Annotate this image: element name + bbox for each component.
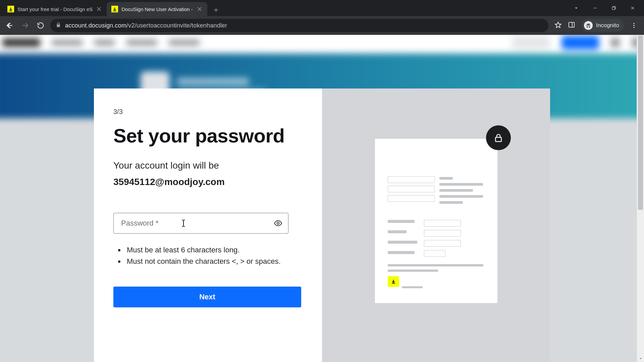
side-panel-button[interactable] xyxy=(568,21,575,30)
subtitle-lead: Your account login will be xyxy=(113,160,219,171)
menu-button[interactable] xyxy=(630,22,638,29)
scrollbar-thumb[interactable] xyxy=(638,36,643,210)
password-input[interactable] xyxy=(113,213,288,234)
signature-stamp-icon xyxy=(388,276,399,287)
close-window-button[interactable] xyxy=(628,3,637,13)
account-email: 35945112@moodjoy.com xyxy=(113,175,303,189)
docusign-favicon-icon xyxy=(111,6,118,12)
browser-window: Start your free trial - DocuSign eS Docu… xyxy=(0,0,644,362)
svg-rect-1 xyxy=(612,7,615,10)
modal-subtitle: Your account login will be 35945112@mood… xyxy=(113,158,303,189)
back-button[interactable] xyxy=(4,20,15,31)
svg-point-5 xyxy=(633,27,634,28)
browser-tab[interactable]: Start your free trial - DocuSign eS xyxy=(3,2,107,16)
scroll-down-arrow-icon[interactable] xyxy=(637,355,644,362)
browser-tab-active[interactable]: DocuSign New User Activation - xyxy=(107,2,207,16)
set-password-modal: 3/3 Set your password Your account login… xyxy=(94,88,550,362)
toolbar-right: Incognito xyxy=(552,19,640,32)
svg-point-4 xyxy=(633,25,634,26)
close-tab-icon[interactable] xyxy=(96,6,102,12)
password-rule: Must be at least 6 characters long. xyxy=(125,244,282,256)
next-button[interactable]: Next xyxy=(113,287,301,307)
toggle-password-visibility-button[interactable] xyxy=(273,218,283,228)
incognito-indicator[interactable]: Incognito xyxy=(581,19,624,32)
window-controls xyxy=(572,0,644,16)
svg-point-3 xyxy=(633,23,634,24)
title-bar: Start your free trial - DocuSign eS Docu… xyxy=(0,0,644,16)
tab-title: Start your free trial - DocuSign eS xyxy=(17,6,93,12)
url-host: account.docusign.com xyxy=(65,22,126,29)
reload-button[interactable] xyxy=(35,20,46,31)
modal-title: Set your password xyxy=(113,126,303,146)
lock-icon[interactable] xyxy=(56,22,61,29)
tab-title: DocuSign New User Activation - xyxy=(121,6,193,12)
maximize-button[interactable] xyxy=(609,3,619,13)
vertical-scrollbar[interactable] xyxy=(637,35,644,362)
url-path: /v2/usertoaccountinvite/tokenhandler xyxy=(126,22,227,29)
address-bar[interactable]: account.docusign.com/v2/usertoaccountinv… xyxy=(50,19,548,32)
url-text: account.docusign.com/v2/usertoaccountinv… xyxy=(65,22,227,29)
password-rules-list: Must be at least 6 characters long. Must… xyxy=(125,244,303,267)
tab-search-button[interactable] xyxy=(572,3,581,13)
docusign-favicon-icon xyxy=(7,6,14,12)
document-illustration xyxy=(375,139,497,303)
incognito-label: Incognito xyxy=(596,22,619,29)
new-tab-button[interactable] xyxy=(210,4,222,16)
bookmark-button[interactable] xyxy=(554,21,562,30)
step-indicator: 3/3 xyxy=(113,108,303,116)
forward-button[interactable] xyxy=(19,20,31,31)
password-rule: Must not contain the characters <, > or … xyxy=(125,256,282,267)
tab-strip: Start your free trial - DocuSign eS Docu… xyxy=(0,0,222,16)
page-viewport: 3/3 Set your password Your account login… xyxy=(0,35,644,362)
password-field-wrap xyxy=(113,213,288,234)
svg-rect-2 xyxy=(569,22,575,27)
modal-illustration-panel xyxy=(322,88,550,362)
minimize-button[interactable] xyxy=(590,3,600,13)
close-tab-icon[interactable] xyxy=(197,6,203,12)
svg-rect-7 xyxy=(495,137,501,142)
modal-form-panel: 3/3 Set your password Your account login… xyxy=(94,88,322,362)
toolbar: account.docusign.com/v2/usertoaccountinv… xyxy=(0,16,644,35)
incognito-icon xyxy=(584,21,593,30)
svg-point-6 xyxy=(277,222,279,224)
lock-badge-icon xyxy=(486,125,511,150)
